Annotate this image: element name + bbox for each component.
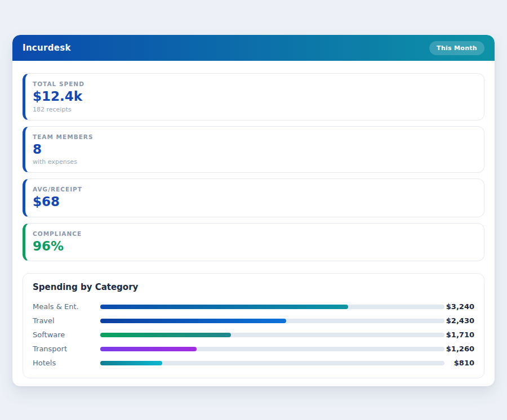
stat-card-compliance: COMPLIANCE 96%	[23, 223, 484, 262]
stat-value: $12.4k	[33, 89, 475, 105]
panel-title: Spending by Category	[33, 282, 474, 292]
app-title: Incurdesk	[23, 43, 71, 53]
bar-fill-meals	[100, 305, 348, 309]
category-label: Transport	[33, 345, 100, 353]
bar-track	[100, 319, 444, 323]
stat-caption: with expenses	[33, 158, 475, 166]
category-label: Hotels	[33, 359, 100, 367]
category-row-travel: Travel $2,430	[33, 314, 474, 328]
app-header: Incurdesk This Month	[12, 35, 495, 61]
category-label: Software	[33, 330, 100, 339]
bar-fill-travel	[100, 319, 286, 323]
bar-track	[100, 333, 444, 337]
stat-card-team-members: TEAM MEMBERS 8 with expenses	[23, 126, 484, 173]
stat-caption: 182 receipts	[33, 106, 475, 113]
dashboard-content: TOTAL SPEND $12.4k 182 receipts TEAM MEM…	[12, 61, 495, 378]
category-label: Travel	[33, 316, 100, 325]
bar-track	[100, 361, 444, 365]
bar-fill-transport	[100, 347, 197, 351]
category-amount: $3,240	[444, 302, 474, 311]
stat-value: 96%	[33, 239, 475, 254]
dashboard-card: Incurdesk This Month TOTAL SPEND $12.4k …	[12, 35, 495, 386]
category-amount: $1,710	[444, 330, 474, 339]
stat-value: $68	[33, 194, 475, 210]
category-row-software: Software $1,710	[33, 328, 474, 342]
bar-fill-hotels	[100, 361, 162, 365]
category-row-meals: Meals & Ent. $3,240	[33, 300, 474, 314]
stat-label: TEAM MEMBERS	[33, 133, 475, 140]
category-row-transport: Transport $1,260	[33, 342, 474, 356]
category-amount: $810	[444, 359, 474, 367]
category-amount: $2,430	[444, 316, 474, 325]
period-badge[interactable]: This Month	[429, 41, 484, 55]
bar-track	[100, 305, 444, 309]
stat-label: TOTAL SPEND	[33, 81, 475, 87]
page-background: { "header": { "title": "Incurdesk", "bad…	[0, 0, 507, 420]
stat-card-total-spend: TOTAL SPEND $12.4k 182 receipts	[23, 73, 484, 120]
category-amount: $1,260	[444, 345, 474, 353]
category-row-hotels: Hotels $810	[33, 356, 474, 370]
stat-card-avg-receipt: AVG/RECEIPT $68	[23, 178, 484, 217]
stat-label: COMPLIANCE	[33, 230, 475, 237]
bar-track	[100, 347, 444, 351]
spending-by-category-panel: Spending by Category Meals & Ent. $3,240…	[23, 273, 484, 378]
category-label: Meals & Ent.	[33, 302, 100, 311]
bar-fill-software	[100, 333, 231, 337]
stat-value: 8	[33, 142, 475, 158]
stat-label: AVG/RECEIPT	[33, 186, 475, 193]
